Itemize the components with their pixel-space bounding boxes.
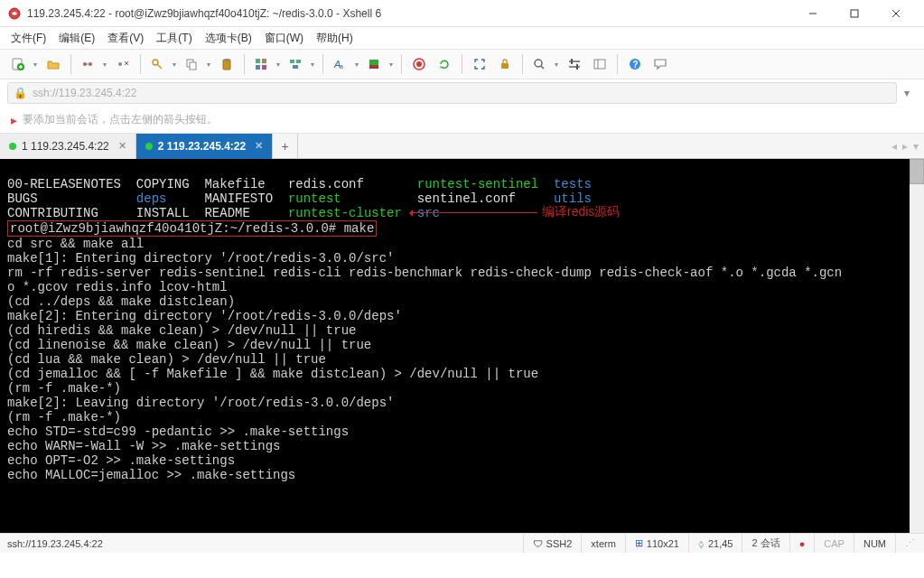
svg-point-7 [83, 62, 87, 66]
lock-icon: 🔒 [14, 87, 27, 99]
refresh-icon [437, 57, 452, 71]
paste-button[interactable] [215, 52, 238, 76]
disconnect-button[interactable] [111, 52, 135, 76]
color-icon [367, 57, 381, 71]
session-tab-2[interactable]: 2 119.23.245.4:22 ✕ [136, 134, 273, 159]
search-button[interactable] [528, 52, 561, 76]
open-button[interactable] [42, 52, 65, 76]
chat-icon [653, 57, 667, 71]
highlighted-command: root@iZwz9bjiawhqzf40o410tjZ:~/redis-3.0… [7, 220, 377, 237]
lock-button[interactable] [493, 52, 517, 76]
tab-close-button[interactable]: ✕ [118, 140, 126, 152]
address-dropdown[interactable]: ▾ [897, 87, 917, 99]
cursor-icon: ⎀ [698, 538, 705, 549]
svg-point-28 [416, 61, 422, 67]
svg-rect-17 [262, 59, 266, 63]
settings-button[interactable] [563, 52, 586, 76]
titlebar: 119.23.245.4:22 - root@iZwz9bjiawhqzf40o… [0, 0, 924, 27]
svg-rect-35 [576, 64, 578, 70]
svg-rect-19 [262, 65, 266, 70]
separator [617, 54, 618, 74]
fullscreen-button[interactable] [468, 52, 491, 76]
color-button[interactable] [363, 52, 396, 76]
svg-rect-13 [190, 62, 196, 70]
svg-point-10 [118, 62, 122, 66]
menu-tabs[interactable]: 选项卡(B) [205, 31, 252, 46]
status-proto: 🛡SSH2 [523, 534, 582, 553]
disconnect-icon [116, 57, 130, 71]
menu-view[interactable]: 查看(V) [107, 31, 144, 46]
address-input[interactable]: 🔒 ssh://119.23.245.4:22 [7, 82, 897, 104]
properties-button[interactable] [146, 52, 179, 76]
tab-next-button[interactable]: ▸ [902, 140, 908, 153]
window-title: 119.23.245.4:22 - root@iZwz9bjiawhqzf40o… [27, 7, 792, 20]
sync-button[interactable] [285, 52, 317, 76]
svg-rect-36 [594, 60, 605, 69]
paste-icon [219, 57, 234, 71]
refresh-button[interactable] [433, 52, 456, 76]
app-icon [7, 6, 22, 21]
terminal[interactable]: 00-RELEASENOTES COPYING Makefile redis.c… [0, 159, 924, 533]
maximize-button[interactable] [834, 0, 875, 27]
status-left: ssh://119.23.245.4:22 [0, 538, 523, 549]
panels-button[interactable] [588, 52, 611, 76]
svg-rect-15 [225, 59, 229, 61]
svg-point-8 [89, 62, 92, 66]
svg-rect-20 [290, 60, 294, 63]
status-num: NUM [854, 534, 895, 553]
toolbar: Aa ? [0, 49, 924, 79]
menu-tools[interactable]: 工具(T) [156, 31, 191, 46]
feedback-button[interactable] [649, 52, 672, 76]
separator [140, 54, 141, 74]
font-button[interactable]: Aa [329, 52, 361, 76]
separator [70, 54, 71, 74]
tab-close-button[interactable]: ✕ [255, 140, 263, 152]
record-button[interactable] [407, 52, 431, 76]
minimize-button[interactable] [792, 0, 834, 27]
status-resize-grip[interactable]: ⋰ [895, 534, 924, 553]
menu-help[interactable]: 帮助(H) [316, 31, 353, 46]
font-icon: Aa [332, 57, 347, 71]
new-session-button[interactable] [7, 52, 40, 76]
add-tab-button[interactable]: + [273, 134, 298, 159]
separator [522, 54, 523, 74]
folder-icon [46, 57, 61, 71]
menu-edit[interactable]: 编辑(E) [59, 31, 95, 46]
svg-text:?: ? [633, 60, 639, 70]
status-cap: CAP [814, 534, 854, 553]
status-term: xterm [581, 534, 625, 553]
file-plus-icon [11, 57, 25, 71]
tab-row: 1 119.23.245.4:22 ✕ 2 119.23.245.4:22 ✕ … [0, 134, 924, 159]
tab-nav: ◂ ▸ ▾ [891, 140, 919, 153]
tab-menu-button[interactable]: ▾ [913, 140, 919, 153]
svg-rect-16 [256, 59, 260, 63]
layout-button[interactable] [250, 52, 283, 76]
terminal-scrollbar[interactable] [910, 159, 924, 533]
hint-text: 要添加当前会话，点击左侧的箭头按钮。 [23, 112, 218, 127]
scrollbar-thumb[interactable] [910, 159, 924, 184]
copy-button[interactable] [181, 52, 213, 76]
status-size: ⊞ 110x21 [625, 534, 688, 553]
menu-file[interactable]: 文件(F) [11, 31, 46, 46]
help-button[interactable]: ? [623, 52, 647, 76]
address-bar: 🔒 ssh://119.23.245.4:22 ▾ [0, 79, 924, 107]
reconnect-button[interactable] [77, 52, 109, 76]
session-tab-1[interactable]: 1 119.23.245.4:22 ✕ [0, 134, 136, 159]
svg-rect-32 [569, 61, 580, 62]
separator [462, 54, 462, 74]
search-icon [532, 57, 546, 71]
led-icon: ● [799, 538, 806, 549]
help-icon: ? [628, 57, 642, 71]
menu-window[interactable]: 窗口(W) [265, 31, 303, 46]
close-button[interactable] [875, 0, 917, 27]
svg-rect-22 [293, 65, 298, 69]
connect-icon [80, 57, 95, 71]
address-text: ssh://119.23.245.4:22 [33, 87, 136, 99]
svg-rect-34 [571, 59, 573, 64]
tab-prev-button[interactable]: ◂ [891, 140, 897, 153]
status-dot-icon [145, 143, 153, 150]
svg-rect-29 [501, 63, 509, 69]
tab-label: 1 119.23.245.4:22 [22, 140, 109, 153]
svg-rect-33 [569, 66, 580, 68]
svg-rect-18 [256, 65, 260, 70]
